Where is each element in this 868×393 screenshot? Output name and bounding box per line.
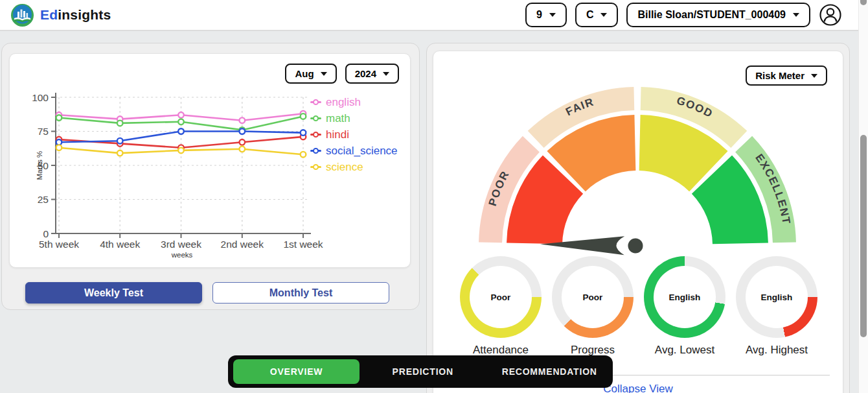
svg-text:3rd week: 3rd week (161, 239, 201, 250)
attendance-donut: Poor (460, 256, 542, 338)
donut-caption: Attendance (460, 344, 542, 357)
profile-icon[interactable] (819, 3, 842, 27)
donut-center-label: Poor (460, 256, 542, 338)
svg-text:weeks: weeks (171, 251, 193, 259)
avg-highest-donut-block: English Avg. Highest (736, 256, 817, 357)
svg-text:5th week: 5th week (39, 239, 79, 250)
page-scrollbar (858, 0, 868, 393)
grade-dropdown[interactable]: 9 (525, 3, 567, 27)
avg-highest-donut: English (736, 256, 817, 338)
app-header: Edinsights 9 C Billie Sloan/STUDENT_0004… (0, 0, 868, 31)
scrollbar-thumb-top[interactable] (860, 0, 867, 5)
series-marker-icon (310, 101, 321, 103)
chevron-down-icon (811, 74, 817, 78)
kpi-donuts: Poor Attendance Poor Progress English Av… (433, 256, 844, 357)
month-dropdown[interactable]: Aug (285, 64, 336, 84)
grade-dropdown-value: 9 (536, 9, 542, 21)
legend-item-english[interactable]: english (310, 94, 398, 110)
svg-text:2nd week: 2nd week (221, 239, 264, 250)
tab-overview[interactable]: OVERVIEW (233, 359, 360, 384)
avg-lowest-donut: English (644, 256, 725, 338)
svg-text:100: 100 (32, 92, 49, 103)
year-dropdown[interactable]: 2024 (345, 64, 399, 84)
donut-center-label: English (736, 256, 817, 338)
svg-text:0: 0 (43, 228, 49, 239)
brand-logo-icon (10, 3, 34, 27)
monthly-test-button[interactable]: Monthly Test (212, 282, 389, 304)
legend-item-social-science[interactable]: social_science (310, 143, 398, 159)
marks-chart-card: Aug 2024 02550751005th week4th week3rd w… (9, 53, 411, 268)
student-dropdown-value: Billie Sloan/STUDENT_000409 (637, 9, 786, 21)
svg-text:1st week: 1st week (283, 239, 323, 250)
student-dropdown[interactable]: Billie Sloan/STUDENT_000409 (626, 3, 810, 27)
header-controls: 9 C Billie Sloan/STUDENT_000409 (525, 3, 842, 27)
chart-filters: Aug 2024 (285, 64, 399, 84)
tab-recommendation[interactable]: RECOMMENDATION (486, 366, 613, 377)
brand-name: Edinsights (40, 7, 111, 23)
donut-caption: Avg. Lowest (644, 344, 725, 357)
chevron-down-icon (600, 13, 607, 17)
donut-center-label: Poor (552, 256, 634, 338)
marks-panel: Aug 2024 02550751005th week4th week3rd w… (1, 43, 420, 310)
donut-caption: Avg. Highest (736, 344, 817, 357)
weekly-test-button[interactable]: Weekly Test (25, 282, 202, 304)
legend-item-science[interactable]: science (310, 159, 398, 175)
chevron-down-icon (793, 13, 799, 17)
series-marker-icon (310, 166, 321, 168)
section-dropdown[interactable]: C (575, 3, 619, 27)
scrollbar-thumb[interactable] (860, 135, 867, 337)
risk-meter-dropdown-value: Risk Meter (755, 70, 805, 81)
svg-text:75: 75 (38, 126, 49, 137)
risk-panel: Risk Meter POORFAIRGOODEXCELLENT Poor At… (426, 43, 850, 393)
brand: Edinsights (10, 3, 111, 27)
year-dropdown-value: 2024 (355, 68, 376, 79)
svg-text:Marks %: Marks % (36, 151, 43, 180)
risk-meter-dropdown[interactable]: Risk Meter (746, 66, 827, 86)
donut-caption: Progress (552, 344, 634, 357)
svg-text:4th week: 4th week (100, 239, 140, 250)
tab-prediction[interactable]: PREDICTION (360, 366, 486, 377)
bottom-tabbar: OVERVIEW PREDICTION RECOMMENDATION (228, 355, 613, 388)
section-dropdown-value: C (586, 9, 594, 21)
month-dropdown-value: Aug (295, 68, 314, 79)
attendance-donut-block: Poor Attendance (460, 256, 542, 357)
series-marker-icon (310, 150, 321, 152)
donut-center-label: English (644, 256, 725, 338)
avg-lowest-donut-block: English Avg. Lowest (644, 256, 725, 357)
svg-text:25: 25 (38, 194, 49, 205)
chevron-down-icon (321, 72, 327, 76)
progress-donut: Poor (552, 256, 634, 338)
progress-donut-block: Poor Progress (552, 256, 634, 357)
legend-item-hindi[interactable]: hindi (310, 126, 398, 143)
risk-meter-card: Risk Meter POORFAIRGOODEXCELLENT Poor At… (433, 51, 843, 393)
series-marker-icon (310, 117, 321, 119)
series-marker-icon (310, 134, 321, 136)
chevron-down-icon (383, 72, 389, 76)
chevron-down-icon (549, 13, 556, 17)
chart-legend: english math hindi social_science scienc… (310, 94, 398, 175)
legend-item-math[interactable]: math (310, 110, 398, 126)
